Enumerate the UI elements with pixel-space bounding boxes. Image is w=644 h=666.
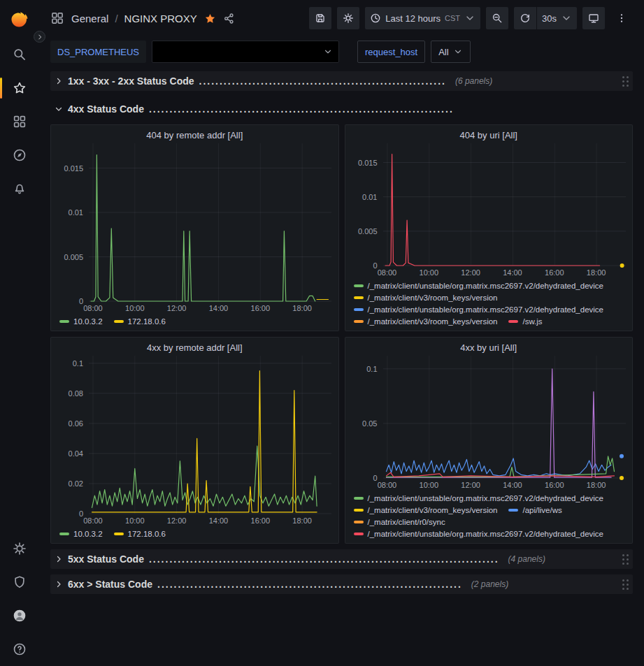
sidebar-help-item[interactable] bbox=[0, 632, 39, 666]
x-axis-tick: 16:00 bbox=[545, 481, 564, 489]
sidebar-dashboards-item[interactable] bbox=[0, 105, 39, 138]
panel-title[interactable]: 404 by remote addr [All] bbox=[58, 128, 331, 143]
legend-item[interactable]: /_matrix/client/v3/room_keys/version bbox=[354, 505, 498, 515]
x-axis-tick: 12:00 bbox=[167, 304, 187, 312]
favorite-star-icon[interactable] bbox=[204, 13, 216, 24]
tv-mode-button[interactable] bbox=[582, 7, 605, 29]
search-icon bbox=[13, 48, 27, 61]
sidebar-settings-item[interactable] bbox=[0, 532, 39, 565]
panel-title[interactable]: 404 by uri [All] bbox=[352, 128, 626, 143]
legend-label: 10.0.3.2 bbox=[73, 529, 103, 539]
sidebar-collapse-toggle[interactable] bbox=[34, 31, 45, 43]
apps-grid-icon[interactable] bbox=[50, 11, 64, 25]
x-axis-tick: 08:00 bbox=[83, 516, 103, 525]
refresh-interval-picker[interactable]: 30s bbox=[536, 7, 577, 29]
y-axis-tick: 0.04 bbox=[69, 449, 83, 458]
chevron-right-icon bbox=[55, 580, 63, 588]
dashboards-grid-icon bbox=[13, 115, 27, 129]
panel-title[interactable]: 4xx by remote addr [All] bbox=[58, 340, 331, 356]
plot-area[interactable] bbox=[89, 356, 331, 514]
chevron-down-icon bbox=[464, 13, 475, 24]
x-axis-tick: 08:00 bbox=[378, 481, 397, 489]
x-axis: 08:0010:0012:0014:0016:0018:00 bbox=[89, 514, 331, 526]
refresh-button[interactable] bbox=[514, 7, 536, 29]
grafana-logo-icon[interactable] bbox=[8, 8, 31, 31]
sidebar-starred-item[interactable] bbox=[0, 71, 39, 105]
y-axis-tick: 0.015 bbox=[64, 164, 83, 173]
y-axis-tick: 0.01 bbox=[69, 208, 83, 217]
plot-area[interactable] bbox=[89, 143, 331, 301]
gear-icon bbox=[343, 13, 354, 24]
sidebar-profile-item[interactable] bbox=[0, 599, 39, 632]
kebab-menu-button[interactable] bbox=[610, 7, 633, 29]
share-icon[interactable] bbox=[223, 13, 235, 24]
breadcrumb-section[interactable]: General bbox=[71, 13, 108, 24]
plot-area[interactable] bbox=[383, 143, 626, 266]
legend-item[interactable]: /_matrix/client/v3/room_keys/version bbox=[354, 317, 498, 326]
panel-title[interactable]: 4xx by uri [All] bbox=[352, 340, 626, 356]
row-panel-count: (6 panels) bbox=[455, 76, 492, 86]
legend-item[interactable]: 172.18.0.6 bbox=[114, 317, 166, 326]
sidebar-admin-item[interactable] bbox=[0, 565, 39, 599]
row-1xx-3xx-2xx[interactable]: 1xx - 3xx - 2xx Status Code ............… bbox=[50, 71, 633, 91]
legend-item[interactable]: /_matrix/client/unstable/org.matrix.msc2… bbox=[354, 305, 604, 314]
legend-item[interactable]: /api/live/ws bbox=[508, 505, 561, 515]
panel-legend: 10.0.3.2172.18.0.6 bbox=[58, 526, 331, 539]
legend-item[interactable]: /_matrix/client/unstable/org.matrix.msc2… bbox=[354, 281, 604, 291]
legend-label: 10.0.3.2 bbox=[73, 317, 103, 326]
chart-404-by-remote-addr: 00.0050.010.015 08:0010:0012:0014:0016:0… bbox=[58, 143, 331, 314]
legend-item[interactable]: /_matrix/client/unstable/org.matrix.msc2… bbox=[354, 529, 604, 539]
y-axis-tick: 0 bbox=[373, 261, 377, 270]
kebab-menu-icon bbox=[616, 13, 627, 24]
legend-item[interactable]: /sw.js bbox=[508, 317, 542, 326]
row-5xx[interactable]: 5xx Status Code ........................… bbox=[50, 549, 633, 569]
legend-label: /api/live/ws bbox=[522, 505, 561, 515]
chevron-down-icon bbox=[561, 13, 572, 24]
x-axis: 08:0010:0012:0014:0016:0018:00 bbox=[383, 266, 626, 278]
time-range-picker[interactable]: Last 12 hours CST bbox=[365, 7, 480, 29]
y-axis-tick: 0.015 bbox=[358, 159, 378, 167]
y-axis-tick: 0.05 bbox=[362, 419, 377, 428]
plot-area[interactable] bbox=[383, 356, 626, 478]
dashboard-settings-button[interactable] bbox=[337, 7, 359, 29]
legend-label: /_matrix/client/v3/room_keys/version bbox=[368, 505, 498, 515]
x-axis-tick: 08:00 bbox=[83, 304, 103, 312]
sidebar-explore-item[interactable] bbox=[0, 138, 39, 172]
save-dashboard-button[interactable] bbox=[309, 7, 331, 29]
x-axis-tick: 14:00 bbox=[503, 481, 522, 489]
dashboard-content: 1xx - 3xx - 2xx Status Code ............… bbox=[39, 70, 644, 666]
row-6xx[interactable]: 6xx > Status Code ......................… bbox=[50, 574, 633, 594]
legend-item[interactable]: 10.0.3.2 bbox=[59, 317, 103, 326]
star-icon bbox=[13, 81, 27, 95]
legend-item[interactable]: 10.0.3.2 bbox=[59, 529, 103, 539]
chart-4xx-by-uri: 00.050.1 08:0010:0012:0014:0016:0018:00 bbox=[352, 356, 626, 491]
x-axis: 08:0010:0012:0014:0016:0018:00 bbox=[89, 301, 331, 314]
legend-swatch-icon bbox=[59, 320, 69, 323]
y-axis-tick: 0.01 bbox=[362, 193, 377, 201]
shield-icon bbox=[13, 575, 27, 589]
legend-item[interactable]: /_matrix/client/r0/sync bbox=[354, 517, 445, 527]
x-axis-tick: 12:00 bbox=[167, 516, 187, 525]
legend-item[interactable]: 172.18.0.6 bbox=[114, 529, 166, 539]
breadcrumb-dashboard-title[interactable]: NGINX PROXY bbox=[124, 13, 197, 24]
sidebar-search-item[interactable] bbox=[0, 38, 39, 71]
row-drag-handle[interactable] bbox=[621, 553, 630, 566]
zoom-out-button[interactable] bbox=[486, 7, 508, 29]
legend-swatch-icon bbox=[59, 533, 69, 535]
panel-404-by-uri: 404 by uri [All] 00.0050.010.015 08:0010… bbox=[345, 124, 634, 331]
sidebar-alerting-item[interactable] bbox=[0, 172, 39, 205]
row-dots: ........................................… bbox=[199, 75, 446, 87]
y-axis-tick: 0 bbox=[373, 474, 377, 482]
chevron-right-icon bbox=[55, 77, 63, 85]
legend-item[interactable]: /_matrix/client/unstable/org.matrix.msc2… bbox=[354, 493, 604, 503]
row-panel-count: (4 panels) bbox=[508, 554, 545, 564]
y-axis-tick: 0.02 bbox=[69, 479, 83, 488]
help-icon bbox=[13, 642, 27, 656]
row-4xx[interactable]: 4xx Status Code ........................… bbox=[50, 99, 633, 119]
row-drag-handle[interactable] bbox=[621, 75, 630, 88]
datasource-variable-dropdown[interactable] bbox=[152, 41, 339, 63]
legend-item[interactable]: /_matrix/client/v3/room_keys/version bbox=[354, 293, 498, 303]
row-drag-handle[interactable] bbox=[621, 578, 630, 591]
row-title: 5xx Status Code bbox=[68, 553, 144, 565]
request-host-variable-dropdown[interactable]: All bbox=[431, 41, 470, 63]
